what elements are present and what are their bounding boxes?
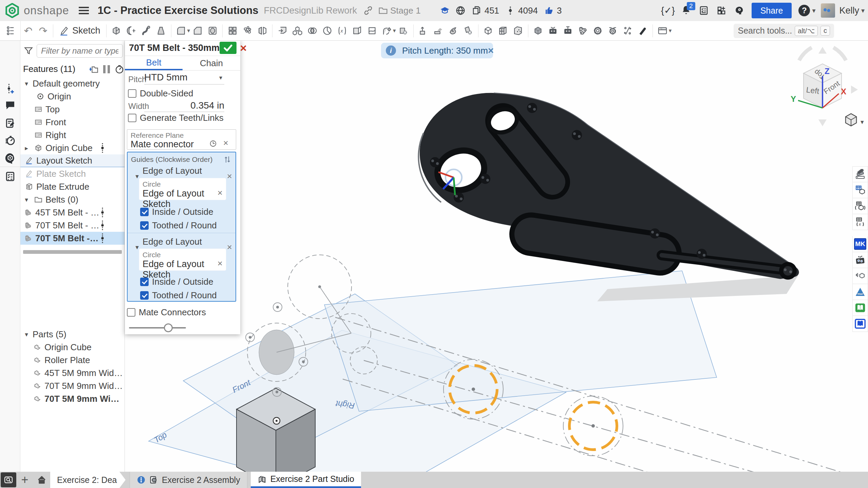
sketch-button[interactable]: Sketch: [56, 22, 104, 40]
tab-exercise-2-part-studio[interactable]: Exercise 2 Part Studio: [251, 472, 361, 488]
onshape-logo-icon[interactable]: [5, 3, 20, 18]
feature-row-default-geometry[interactable]: ▾ Default geometry: [20, 77, 125, 90]
redo-button[interactable]: ↷: [36, 22, 51, 40]
filter-input[interactable]: [37, 44, 123, 58]
composite-part-icon[interactable]: [290, 22, 305, 40]
parts-section-header[interactable]: ▾ Parts (5): [20, 328, 125, 341]
menu-icon[interactable]: [79, 7, 89, 14]
toast-close-icon[interactable]: ×: [488, 45, 494, 56]
learning-icon[interactable]: [440, 5, 450, 16]
feature-row-right[interactable]: Right: [20, 129, 125, 142]
bom-table-panel-button[interactable]: [852, 182, 868, 198]
double-sided-checkbox[interactable]: [128, 89, 136, 98]
marker-icon[interactable]: [635, 22, 650, 40]
configurations-panel-button[interactable]: [852, 198, 868, 214]
pitch-dropdown[interactable]: HTD 5mm ▾: [144, 72, 224, 83]
feature-row-belt-45t[interactable]: 45T 5M Belt - 225...: [20, 206, 125, 219]
comments-icon[interactable]: [5, 100, 16, 110]
reference-plane-clear-icon[interactable]: ×: [223, 138, 228, 148]
selected-guide-circle-2[interactable]: [560, 392, 626, 459]
mate-connectors-row[interactable]: Mate Connectors: [127, 307, 206, 318]
robot-assistant-icon[interactable]: [561, 22, 575, 40]
circular-pattern-icon[interactable]: [240, 22, 255, 40]
cancel-button[interactable]: ×: [237, 41, 250, 55]
edit-document-icon[interactable]: [5, 118, 16, 129]
rotate-cw-arrow-icon[interactable]: [833, 48, 846, 60]
feature-row-layout-sketch[interactable]: Layout Sketch: [20, 154, 125, 167]
delete-part-icon[interactable]: [396, 22, 411, 40]
guide-2-toothed-round-checkbox[interactable]: [140, 291, 149, 300]
guide-2-clear-icon[interactable]: ×: [218, 258, 223, 269]
help-button[interactable]: ?: [798, 5, 810, 16]
add-folder-icon[interactable]: [89, 65, 98, 74]
import-icon[interactable]: [275, 22, 290, 40]
mate-connector-dots-icon[interactable]: [101, 143, 104, 153]
tab-chain[interactable]: Chain: [183, 56, 240, 70]
appearance-dice-icon[interactable]: [511, 22, 526, 40]
like-icon[interactable]: [544, 5, 554, 16]
home-tab-button[interactable]: [33, 472, 50, 488]
chevron-down-icon[interactable]: ▾: [23, 80, 30, 88]
move-face-icon[interactable]: [431, 22, 446, 40]
guide-1-inside-outside-row[interactable]: Inside / Outside: [140, 207, 213, 217]
draft-icon[interactable]: [205, 22, 220, 40]
guide-1-toothed-round-row[interactable]: Toothed / Round: [140, 220, 217, 231]
feature-row-plate-extrude[interactable]: Plate Extrude: [20, 180, 125, 193]
guide-1-remove-icon[interactable]: ×: [227, 171, 232, 182]
part-row-70t-belt-b[interactable]: 70T 5M 9mm Wide B...: [20, 392, 125, 405]
split-icon[interactable]: [320, 22, 335, 40]
guide-2-inside-outside-row[interactable]: Inside / Outside: [140, 277, 213, 287]
transform-icon[interactable]: [416, 22, 431, 40]
peak-logo-app-button[interactable]: [852, 284, 868, 300]
rotate-right-arrow-icon[interactable]: [851, 86, 858, 94]
rotate-ccw-arrow-icon[interactable]: [799, 48, 812, 60]
part-row-roller-plate[interactable]: Roller Plate: [20, 354, 125, 367]
double-sided-row[interactable]: Double-Sided: [128, 88, 193, 99]
opacity-slider[interactable]: [129, 323, 186, 332]
fillet-icon[interactable]: [174, 22, 189, 40]
width-input[interactable]: 0.354 in: [144, 100, 224, 111]
mate-connector-clock-icon[interactable]: [209, 140, 217, 147]
loft-icon[interactable]: [154, 22, 169, 40]
primitive-cube-icon[interactable]: [481, 22, 496, 40]
replace-face-icon[interactable]: [446, 22, 461, 40]
checklist-icon[interactable]: [5, 171, 16, 182]
variable-icon[interactable]: x: [335, 22, 350, 40]
primitive-block-icon[interactable]: [496, 22, 511, 40]
surface-icon[interactable]: [364, 22, 379, 40]
insert-new-tab-button[interactable]: +: [16, 472, 33, 488]
mate-connector-dots-icon[interactable]: [101, 220, 104, 231]
belt-loop-2[interactable]: [531, 234, 660, 254]
guide-1-clear-icon[interactable]: ×: [218, 188, 223, 198]
performance-icon[interactable]: [5, 135, 16, 146]
shaded-cube-icon[interactable]: [531, 22, 546, 40]
user-caret-icon[interactable]: ▾: [861, 6, 865, 15]
link-icon[interactable]: [363, 5, 373, 16]
mkcad-app-button[interactable]: MK: [852, 236, 868, 252]
sweep-icon[interactable]: [139, 22, 154, 40]
feature-row-front[interactable]: Front: [20, 116, 125, 129]
guide-1-inside-outside-checkbox[interactable]: [140, 208, 149, 216]
mate-connector-add-icon[interactable]: [5, 83, 15, 95]
breadcrumb[interactable]: Stage 1: [390, 5, 421, 16]
avatar[interactable]: [821, 3, 835, 18]
name-tag-caret-icon[interactable]: ▾: [669, 27, 672, 34]
confirm-button[interactable]: [220, 42, 237, 54]
robot-assistant-app-button[interactable]: [852, 252, 868, 268]
boolean-icon[interactable]: [305, 22, 320, 40]
appearance-panel-button[interactable]: [852, 166, 868, 182]
variable-table-panel-button[interactable]: x: [852, 214, 868, 230]
extrude-icon[interactable]: [109, 22, 124, 40]
feature-list-toggle-button[interactable]: [0, 21, 21, 41]
delete-face-icon[interactable]: [461, 22, 476, 40]
apps-icon[interactable]: [716, 5, 727, 16]
chamfer-icon[interactable]: [190, 22, 205, 40]
linear-pattern-icon[interactable]: [225, 22, 240, 40]
part-row-70t-belt-a[interactable]: 70T 5M 9mm Wide Belt: [20, 379, 125, 392]
name-tag-icon[interactable]: HELLO: [655, 22, 670, 40]
chevron-down-icon[interactable]: ▾: [23, 196, 30, 204]
derived-part-app-button[interactable]: [852, 268, 868, 284]
guide-1-entity-field[interactable]: Circle Edge of Layout Sketch ×: [139, 178, 226, 200]
mirror-icon[interactable]: [255, 22, 270, 40]
measure-icon[interactable]: [620, 22, 635, 40]
